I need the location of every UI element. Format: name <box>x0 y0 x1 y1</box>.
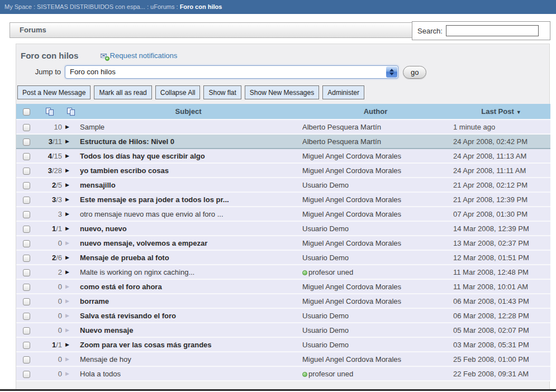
row-checkbox[interactable] <box>23 168 30 175</box>
expand-thread-icon[interactable]: ▶ <box>64 221 78 236</box>
thread-subject[interactable]: borrame <box>78 294 299 308</box>
table-row[interactable]: 1/1 ▶ Zoom para ver las cosas más grande… <box>16 337 550 352</box>
thread-subject[interactable]: Zoom para ver las cosas más grandes <box>78 337 299 352</box>
last-post-time: 22 Feb 2008, 09:31 AM <box>452 366 550 381</box>
row-checkbox[interactable] <box>23 124 30 131</box>
row-checkbox[interactable] <box>23 138 30 146</box>
search-input[interactable] <box>446 25 539 36</box>
go-button[interactable]: go <box>403 66 426 79</box>
breadcrumb-link[interactable]: SISTEMAS DISTRIBUIDOS con espa... <box>37 3 145 10</box>
thread-subject[interactable]: mensajillo <box>78 178 299 192</box>
last-post-time: 12 Mar 2008, 01:51 PM <box>452 250 550 265</box>
breadcrumb-link[interactable]: My Space <box>4 3 32 10</box>
online-indicator-icon <box>302 270 307 275</box>
row-checkbox[interactable] <box>23 298 30 305</box>
thread-subject[interactable]: Todos los días hay que escribir algo <box>78 149 299 163</box>
row-checkbox[interactable] <box>23 342 30 349</box>
expand-thread-icon[interactable]: ▶ <box>64 207 78 221</box>
jump-to-select[interactable]: Foro con hilos <box>65 65 398 79</box>
table-row[interactable]: 2/6 ▶ Mensaje de prueba al foto Usuario … <box>16 250 550 265</box>
thread-subject[interactable]: nuevo, nuevo <box>78 221 299 236</box>
thread-subject[interactable]: otro mensaje nuevo mas que envio al foro… <box>78 207 299 221</box>
expand-thread-icon[interactable]: ▶ <box>64 337 78 352</box>
table-row[interactable]: 0 ▶ nuevo mensaje, volvemos a empezar Mi… <box>16 236 550 250</box>
show-new-messages-button[interactable]: Show New Messages <box>245 85 319 99</box>
select-all-checkbox[interactable] <box>23 108 30 116</box>
row-checkbox[interactable] <box>23 226 30 233</box>
expand-thread-icon[interactable]: ▶ <box>64 134 78 149</box>
last-post-column-header[interactable]: Last Post▼ <box>452 104 550 119</box>
expand-thread-icon[interactable]: ▶ <box>64 323 78 337</box>
expand-thread-icon[interactable]: ▶ <box>64 352 78 366</box>
row-checkbox[interactable] <box>23 313 30 320</box>
expand-thread-icon[interactable]: ▶ <box>64 119 78 134</box>
post-new-message-button[interactable]: Post a New Message <box>17 85 91 99</box>
row-checkbox[interactable] <box>23 197 30 204</box>
thread-author: Miguel Angel Cordova Morales <box>299 236 452 250</box>
thread-subject[interactable]: Sample <box>78 119 299 134</box>
table-row[interactable]: 0 ▶ Hola a todos profesor uned 22 Feb 20… <box>16 366 550 381</box>
row-checkbox[interactable] <box>23 182 30 189</box>
breadcrumb-link[interactable]: uForums <box>150 3 174 10</box>
table-row[interactable]: 0 ▶ como está el foro ahora Miguel Angel… <box>16 279 550 294</box>
thread-subject[interactable]: nuevo mensaje, volvemos a empezar <box>78 236 299 250</box>
expand-thread-icon[interactable]: ▶ <box>64 250 78 265</box>
row-checkbox[interactable] <box>23 153 30 160</box>
thread-subject[interactable]: Mensaje de hoy <box>78 352 299 366</box>
table-row[interactable]: 3/28 ▶ yo tambien escribo cosas Miguel A… <box>16 163 550 178</box>
expand-thread-icon[interactable]: ▶ <box>64 308 78 323</box>
thread-subject[interactable]: Salva está revisando el foro <box>78 308 299 323</box>
expand-thread-icon[interactable]: ▶ <box>64 149 78 163</box>
table-row[interactable]: 0 ▶ borrame Miguel Angel Cordova Morales… <box>16 294 550 308</box>
thread-subject[interactable]: Malte is working on nginx caching... <box>78 265 299 279</box>
collapse-all-button[interactable]: Collapse All <box>155 85 201 99</box>
table-row[interactable]: 3/3 ▶ Este mensaje es para joder a todos… <box>16 192 550 207</box>
mark-all-read-button[interactable]: Mark all as read <box>94 85 151 99</box>
expand-thread-icon[interactable]: ▶ <box>64 236 78 250</box>
thread-author: Miguel Angel Cordova Morales <box>299 192 452 207</box>
row-checkbox[interactable] <box>23 284 30 291</box>
show-flat-button[interactable]: Show flat <box>203 85 241 99</box>
thread-author: Miguel Angel Cordova Morales <box>299 352 452 366</box>
row-checkbox[interactable] <box>23 269 30 276</box>
row-checkbox[interactable] <box>23 211 30 218</box>
table-row[interactable]: 0 ▶ Mensaje de hoy Miguel Angel Cordova … <box>16 352 550 366</box>
row-checkbox[interactable] <box>23 371 30 378</box>
thread-subject[interactable]: Nuevo mensaje <box>78 323 299 337</box>
table-row[interactable]: 10 ▶ Sample Alberto Pesquera Martín 1 mi… <box>16 119 550 134</box>
row-checkbox[interactable] <box>23 356 30 364</box>
table-row[interactable]: 2 ▶ Malte is working on nginx caching...… <box>16 265 550 279</box>
table-row[interactable]: 3 ▶ otro mensaje nuevo mas que envio al … <box>16 207 550 221</box>
expand-thread-icon[interactable]: ▶ <box>64 265 78 279</box>
row-checkbox[interactable] <box>23 240 30 247</box>
thread-subject[interactable]: Mensaje de prueba al foto <box>78 250 299 265</box>
thread-subject[interactable]: Estructura de Hilos: Nivel 0 <box>78 134 299 149</box>
thread-subject[interactable]: Hola a todos <box>78 366 299 381</box>
reply-count: 2/6 <box>35 250 64 265</box>
expand-thread-icon[interactable]: ▶ <box>64 294 78 308</box>
last-post-time: 1 minute ago <box>452 119 550 134</box>
subject-column-header[interactable]: Subject <box>78 104 299 119</box>
administer-button[interactable]: Administer <box>322 85 364 99</box>
expand-thread-icon[interactable]: ▶ <box>64 279 78 294</box>
expand-thread-icon[interactable]: ▶ <box>64 178 78 192</box>
jump-to-row: Jump to Foro con hilos go <box>16 65 549 79</box>
author-column-header[interactable]: Author <box>299 104 452 119</box>
table-row[interactable]: 3/11 ▶ Estructura de Hilos: Nivel 0 Albe… <box>16 134 550 149</box>
table-row[interactable]: 2/5 ▶ mensajillo Usuario Demo 21 Apr 200… <box>16 178 550 192</box>
reply-count: 0 <box>35 236 64 250</box>
table-row[interactable]: 4/15 ▶ Todos los días hay que escribir a… <box>16 149 550 163</box>
thread-subject[interactable]: como está el foro ahora <box>78 279 299 294</box>
expand-thread-icon[interactable]: ▶ <box>64 192 78 207</box>
thread-subject[interactable]: yo tambien escribo cosas <box>78 163 299 178</box>
row-checkbox[interactable] <box>23 255 30 262</box>
expand-thread-icon[interactable]: ▶ <box>64 366 78 381</box>
expand-thread-icon[interactable]: ▶ <box>64 163 78 178</box>
last-post-time: 21 Apr 2008, 12:39 PM <box>452 192 550 207</box>
row-checkbox[interactable] <box>23 327 30 334</box>
request-notifications-link[interactable]: ✉+ Request notifications <box>100 51 177 60</box>
table-row[interactable]: 0 ▶ Salva está revisando el foro Usuario… <box>16 308 550 323</box>
thread-subject[interactable]: Este mensaje es para joder a todos los p… <box>78 192 299 207</box>
table-row[interactable]: 1/1 ▶ nuevo, nuevo Usuario Demo 14 Mar 2… <box>16 221 550 236</box>
table-row[interactable]: 0 ▶ Nuevo mensaje Usuario Demo 05 Mar 20… <box>16 323 550 337</box>
